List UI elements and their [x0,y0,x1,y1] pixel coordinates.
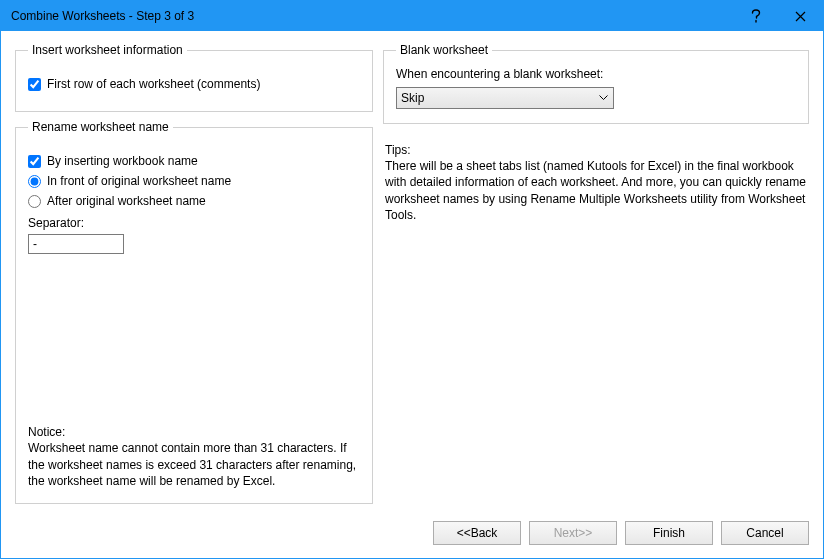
button-bar: <<Back Next>> Finish Cancel [1,508,823,558]
rename-body: By inserting workbook name In front of o… [28,148,360,414]
blank-group: Blank worksheet When encountering a blan… [383,43,809,124]
blank-select-wrap: Skip [396,87,614,109]
by-inserting-checkbox[interactable] [28,155,41,168]
back-button[interactable]: <<Back [433,521,521,545]
first-row-label: First row of each worksheet (comments) [47,77,260,91]
close-icon [795,11,806,22]
front-radio[interactable] [28,175,41,188]
help-icon [751,9,761,23]
by-inserting-label: By inserting workbook name [47,154,198,168]
close-button[interactable] [778,1,823,31]
front-label: In front of original worksheet name [47,174,231,188]
tips-block: Tips: There will be a sheet tabs list (n… [383,142,809,223]
separator-input[interactable] [28,234,124,254]
dialog-window: Combine Worksheets - Step 3 of 3 Insert … [0,0,824,559]
blank-select[interactable]: Skip [396,87,614,109]
after-radio-row[interactable]: After original worksheet name [28,194,360,208]
first-row-checkbox[interactable] [28,78,41,91]
next-button[interactable]: Next>> [529,521,617,545]
right-column: Blank worksheet When encountering a blan… [383,43,809,508]
after-radio[interactable] [28,195,41,208]
cancel-button[interactable]: Cancel [721,521,809,545]
tips-label: Tips: [385,142,807,158]
notice-label: Notice: [28,424,360,440]
rename-legend: Rename worksheet name [28,120,173,134]
blank-legend: Blank worksheet [396,43,492,57]
left-column: Insert worksheet information First row o… [15,43,373,508]
content-area: Insert worksheet information First row o… [1,31,823,508]
insert-info-group: Insert worksheet information First row o… [15,43,373,112]
notice-text: Worksheet name cannot contain more than … [28,441,356,487]
after-label: After original worksheet name [47,194,206,208]
insert-info-legend: Insert worksheet information [28,43,187,57]
rename-group: Rename worksheet name By inserting workb… [15,120,373,504]
tips-text: There will be a sheet tabs list (named K… [385,159,806,222]
by-inserting-checkbox-row[interactable]: By inserting workbook name [28,154,360,168]
titlebar: Combine Worksheets - Step 3 of 3 [1,1,823,31]
separator-label: Separator: [28,216,360,230]
first-row-checkbox-row[interactable]: First row of each worksheet (comments) [28,77,360,91]
finish-button[interactable]: Finish [625,521,713,545]
window-title: Combine Worksheets - Step 3 of 3 [11,9,733,23]
notice-block: Notice: Worksheet name cannot contain mo… [28,414,360,489]
help-button[interactable] [733,1,778,31]
blank-when-label: When encountering a blank worksheet: [396,67,796,81]
front-radio-row[interactable]: In front of original worksheet name [28,174,360,188]
